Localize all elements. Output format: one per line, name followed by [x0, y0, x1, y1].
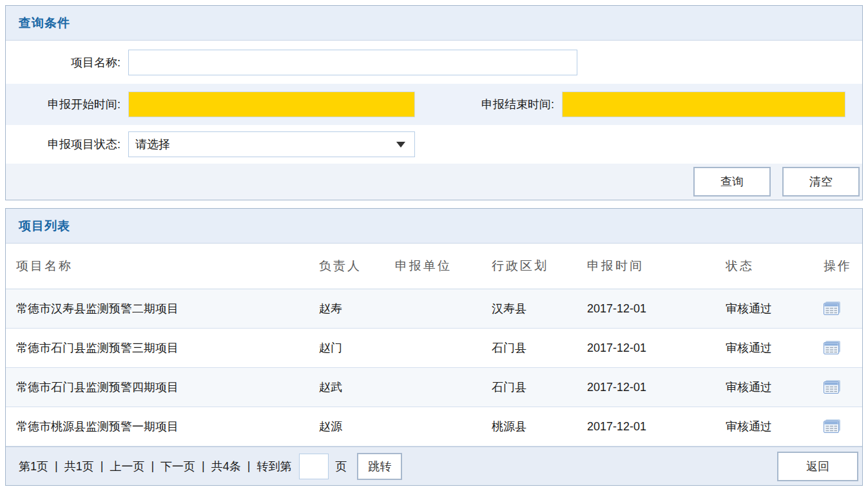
separator: | [101, 459, 104, 473]
goto-prefix-label: 转到第 [256, 459, 291, 474]
table-header-row: 项目名称 负责人 申报单位 行政区划 申报时间 状态 操作 [6, 244, 862, 289]
col-header-time: 申报时间 [587, 258, 726, 274]
separator: | [55, 459, 58, 473]
chevron-down-icon [396, 142, 405, 148]
table-row: 常德市桃源县监测预警一期项目 赵源 桃源县 2017-12-01 审核通过 [6, 407, 862, 446]
cell-project-name: 常德市桃源县监测预警一期项目 [6, 419, 319, 434]
clear-button[interactable]: 清空 [782, 167, 860, 197]
separator: | [151, 459, 154, 473]
table-row: 常德市石门县监测预警四期项目 赵武 石门县 2017-12-01 审核通过 [6, 368, 862, 407]
cell-project-name: 常德市汉寿县监测预警二期项目 [6, 301, 319, 316]
status-label: 申报项目状态: [6, 137, 128, 152]
separator: | [202, 459, 205, 473]
goto-page-input[interactable] [299, 454, 329, 479]
query-panel-title: 查询条件 [19, 15, 70, 32]
cell-leader: 赵武 [319, 379, 395, 395]
cell-leader: 赵寿 [319, 301, 395, 316]
cell-leader: 赵源 [319, 419, 395, 434]
query-panel: 查询条件 项目名称: 申报开始时间: 申报结束时间: 申报项目状态: 请选择 查… [5, 5, 863, 200]
table-icon[interactable] [824, 419, 840, 434]
table-icon[interactable] [824, 341, 840, 355]
cell-time: 2017-12-01 [587, 420, 726, 434]
col-header-leader: 负责人 [319, 258, 395, 274]
col-header-region: 行政区划 [492, 258, 587, 274]
col-header-status: 状态 [726, 258, 824, 274]
current-page-label: 第1页 [19, 459, 48, 474]
project-name-input[interactable] [128, 50, 577, 75]
start-time-input[interactable] [128, 91, 415, 117]
status-row: 申报项目状态: 请选择 [6, 125, 862, 164]
cell-time: 2017-12-01 [587, 381, 726, 394]
end-time-input[interactable] [562, 91, 845, 117]
next-page-link[interactable]: 下一页 [160, 459, 195, 474]
cell-region: 桃源县 [492, 419, 587, 434]
page: 查询条件 项目名称: 申报开始时间: 申报结束时间: 申报项目状态: 请选择 查… [0, 0, 868, 489]
query-panel-header: 查询条件 [6, 6, 862, 41]
project-name-row: 项目名称: [6, 41, 862, 84]
status-select[interactable]: 请选择 [128, 131, 415, 157]
cell-region: 石门县 [492, 379, 587, 395]
jump-button[interactable]: 跳转 [357, 453, 402, 480]
project-name-label: 项目名称: [6, 55, 128, 70]
total-pages-label: 共1页 [64, 459, 94, 474]
cell-project-name: 常德市石门县监测预警三期项目 [6, 340, 319, 356]
cell-status: 审核通过 [726, 419, 824, 434]
back-button[interactable]: 返回 [777, 452, 858, 481]
search-button[interactable]: 查询 [693, 167, 771, 197]
prev-page-link[interactable]: 上一页 [110, 459, 144, 474]
cell-region: 石门县 [492, 340, 587, 356]
list-panel: 项目列表 项目名称 负责人 申报单位 行政区划 申报时间 状态 操作 常德市汉寿… [5, 208, 863, 486]
cell-time: 2017-12-01 [587, 341, 726, 355]
goto-suffix-label: 页 [335, 459, 347, 474]
table-row: 常德市石门县监测预警三期项目 赵门 石门县 2017-12-01 审核通过 [6, 329, 862, 368]
total-items-label: 共4条 [211, 459, 241, 474]
end-time-label: 申报结束时间: [415, 97, 562, 112]
list-panel-title: 项目列表 [19, 218, 70, 235]
cell-status: 审核通过 [726, 379, 824, 395]
start-time-label: 申报开始时间: [6, 97, 128, 112]
cell-project-name: 常德市石门县监测预警四期项目 [6, 379, 319, 395]
cell-region: 汉寿县 [492, 301, 587, 316]
date-range-row: 申报开始时间: 申报结束时间: [6, 84, 862, 125]
col-header-name: 项目名称 [6, 258, 319, 274]
pagination-info: 第1页 | 共1页 | 上一页 | 下一页 | 共4条 | 转到第 页 跳转 [19, 453, 402, 480]
status-selected-value: 请选择 [135, 137, 396, 152]
table-icon[interactable] [824, 302, 840, 316]
project-table: 项目名称 负责人 申报单位 行政区划 申报时间 状态 操作 常德市汉寿县监测预警… [6, 244, 862, 446]
table-row: 常德市汉寿县监测预警二期项目 赵寿 汉寿县 2017-12-01 审核通过 [6, 289, 862, 329]
cell-status: 审核通过 [726, 340, 824, 356]
list-panel-header: 项目列表 [6, 209, 862, 244]
pagination-bar: 第1页 | 共1页 | 上一页 | 下一页 | 共4条 | 转到第 页 跳转 返… [6, 446, 862, 485]
cell-leader: 赵门 [319, 340, 395, 356]
col-header-unit: 申报单位 [395, 258, 492, 274]
query-actions-row: 查询 清空 [6, 164, 862, 200]
col-header-op: 操作 [824, 258, 862, 274]
cell-status: 审核通过 [726, 301, 824, 316]
separator: | [247, 459, 251, 473]
table-icon[interactable] [824, 380, 840, 394]
cell-time: 2017-12-01 [587, 302, 726, 316]
